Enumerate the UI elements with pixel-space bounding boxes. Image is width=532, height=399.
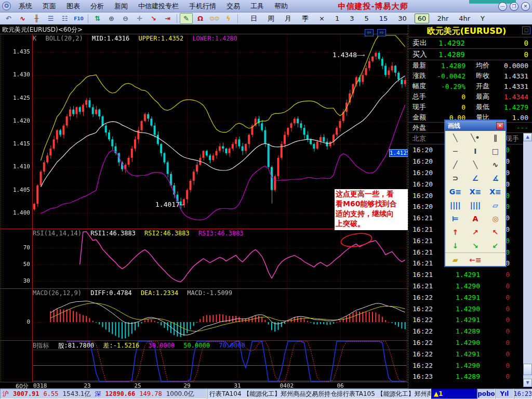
restore-button[interactable]: ❐ xyxy=(510,2,518,11)
waipan-label: 外盘 xyxy=(408,123,426,132)
menu-item-工具[interactable]: 工具 xyxy=(245,2,269,11)
period-日[interactable]: 日 xyxy=(248,14,260,24)
menu-item-分析[interactable]: 分析 xyxy=(85,2,109,11)
online-users-icon[interactable]: ☺☺ xyxy=(208,13,221,24)
gann-grid-tool-icon[interactable]: G≡ xyxy=(445,185,466,198)
quote-label: 最高 xyxy=(466,92,493,101)
menu-item-中信建投专栏[interactable]: 中信建投专栏 xyxy=(133,2,184,11)
scrollbar[interactable]: ▲ ▼ xyxy=(523,133,532,387)
eraser-tool-icon[interactable]: ▰ xyxy=(445,253,466,267)
channel-tool-tool-icon[interactable]: ▱ xyxy=(485,198,506,212)
arrow-up-left-tool-icon[interactable]: ↖ xyxy=(485,225,506,239)
parallel-lines-tool-icon[interactable]: ∥ xyxy=(485,131,506,144)
note-line: 这点更高一些，看 xyxy=(336,189,407,199)
wave-line-tool-icon[interactable]: ∿ xyxy=(485,158,506,171)
tick-time: 16:20 xyxy=(408,157,435,165)
tick-time: 16:21 xyxy=(408,214,435,222)
note-line: 适的支持，继续向 xyxy=(336,209,407,219)
close-button[interactable]: ✕ xyxy=(521,2,530,11)
period-Y[interactable]: Y xyxy=(478,14,487,23)
menu-item-手机行情[interactable]: 手机行情 xyxy=(184,2,221,11)
period-60[interactable]: 60 xyxy=(415,14,430,23)
period-1[interactable]: 1 xyxy=(332,14,342,23)
period-季[interactable]: 季 xyxy=(299,14,311,24)
period-周[interactable]: 周 xyxy=(265,14,277,24)
window-switch-icon[interactable]: ↘ xyxy=(147,13,160,24)
arrow-up-tool-icon[interactable]: ↑ xyxy=(445,225,466,239)
zoom-in-icon[interactable]: ⊕ xyxy=(105,13,118,24)
menu-item-帮助[interactable]: 帮助 xyxy=(269,2,293,11)
percent-lines-tool-icon[interactable]: X≡ xyxy=(466,185,486,198)
rectangle-tool-icon[interactable]: □ xyxy=(485,144,506,158)
diagonal-line-tool-icon[interactable]: ╱ xyxy=(445,158,466,171)
candlestick-chart-icon[interactable]: ╫ xyxy=(30,13,43,24)
period-3[interactable]: 3 xyxy=(347,14,356,23)
vertical-line-tool-icon[interactable]: I xyxy=(466,144,486,158)
cycle-circle-tool-icon[interactable]: ◎ xyxy=(485,212,506,225)
segment-line-tool-icon[interactable]: ╲ xyxy=(466,158,486,171)
menu-item-新闻[interactable]: 新闻 xyxy=(109,2,133,11)
quote-label: 涨跌 xyxy=(408,71,433,81)
time-zones-2-tool-icon[interactable]: |||| xyxy=(466,198,486,212)
window-next-icon[interactable]: ⇥ xyxy=(161,13,174,24)
quick-trade-icon[interactable]: ϟ xyxy=(222,13,235,24)
analyst-note[interactable]: 这点更高一些，看 看M60能够找到合 适的支持，继续向 上突破。 xyxy=(335,189,408,230)
percent-lines-2-tool-icon[interactable]: X≡ xyxy=(485,185,506,198)
minimize-button[interactable]: — xyxy=(498,2,507,11)
scroll-down-button[interactable]: ▼ xyxy=(523,379,532,387)
menu-item-页面[interactable]: 页面 xyxy=(37,2,61,11)
sh-label: 沪 xyxy=(3,390,9,398)
text-note-tool-icon[interactable]: A xyxy=(466,212,486,225)
period-5[interactable]: 5 xyxy=(362,14,371,23)
info-table-icon[interactable]: ☷ xyxy=(58,13,71,24)
period-×[interactable]: × xyxy=(316,14,327,23)
f10-info-icon[interactable]: F10 xyxy=(72,13,85,24)
quote-label: 最新 xyxy=(408,61,433,70)
scroll-up-button[interactable]: ▲ xyxy=(523,133,532,141)
line-chart-icon[interactable]: ∿ xyxy=(16,13,29,24)
next-chart-button[interactable]: ⇨ xyxy=(377,29,386,36)
price-tick: 1.410 xyxy=(0,163,30,170)
alarm-icon[interactable]: Ω xyxy=(194,13,207,24)
prev-chart-button[interactable]: ⇦ xyxy=(365,29,374,36)
horizontal-line-tool-icon[interactable]: ─ xyxy=(445,144,466,158)
panel-maximize-button[interactable]: □ xyxy=(522,26,530,34)
app-icon[interactable]: ❂ xyxy=(2,2,11,10)
menu-item-交易[interactable]: 交易 xyxy=(221,2,245,11)
period-4hr[interactable]: 4hr xyxy=(456,14,473,23)
arc-tool-tool-icon[interactable]: ⊃ xyxy=(445,171,466,185)
period-30[interactable]: 30 xyxy=(395,14,409,23)
drag-hand-icon[interactable]: ✛ xyxy=(133,13,146,24)
alert-panel[interactable]: ▲1 xyxy=(431,389,477,399)
ticker-text: 行表TA104 【能源化工】郑州商品交易所持仓排行表TA105 【能源化工】郑州… xyxy=(209,390,431,398)
window-title: 中信建投-博易大师 xyxy=(326,2,420,11)
quote-table-icon[interactable]: ☰ xyxy=(44,13,57,24)
tick-price: 1.4291 xyxy=(435,350,480,358)
period-2hr[interactable]: 2hr xyxy=(434,14,451,23)
quote-value: 0.0000 xyxy=(493,62,532,70)
menu-item-系统[interactable]: 系统 xyxy=(14,2,37,11)
period-15[interactable]: 15 xyxy=(377,14,391,23)
tick-row: 16:221.42900 xyxy=(408,337,523,349)
scroll-thumb[interactable] xyxy=(523,364,532,375)
quote-row-涨跌: 涨跌-0.0042昨收1.4331 xyxy=(408,71,532,81)
draw-window-titlebar[interactable]: 画线 ✕ xyxy=(445,121,506,131)
menu-item-图表[interactable]: 图表 xyxy=(61,2,85,11)
gann-fan-tool-icon[interactable]: ∡ xyxy=(485,171,506,185)
refresh-icon[interactable]: ⇅ xyxy=(91,13,104,24)
draw-pen-icon[interactable]: ✎ xyxy=(180,13,193,24)
zoom-out-icon[interactable]: ⊖ xyxy=(119,13,132,24)
period-月[interactable]: 月 xyxy=(282,14,294,24)
arrow-down-tool-icon[interactable]: ↓ xyxy=(445,239,466,252)
trend-line-tool-icon[interactable]: ╲ xyxy=(445,131,466,144)
fibonacci-lines-tool-icon[interactable]: ⊨ xyxy=(445,212,466,225)
time-zones-tool-icon[interactable]: |||| xyxy=(445,198,466,212)
arrow-down-left-tool-icon[interactable]: ↙ xyxy=(485,239,506,252)
delete-all-tool-icon[interactable]: ←≡ xyxy=(466,253,486,267)
back-icon[interactable]: ↶ xyxy=(2,13,15,24)
arrow-up-right-tool-icon[interactable]: ↗ xyxy=(466,225,486,239)
close-icon[interactable]: ✕ xyxy=(496,122,504,129)
ray-line-tool-icon[interactable]: ╲• xyxy=(466,131,486,144)
arrow-down-right-tool-icon[interactable]: ↘ xyxy=(466,239,486,252)
angle-tool-tool-icon[interactable]: ∠ xyxy=(466,171,486,185)
